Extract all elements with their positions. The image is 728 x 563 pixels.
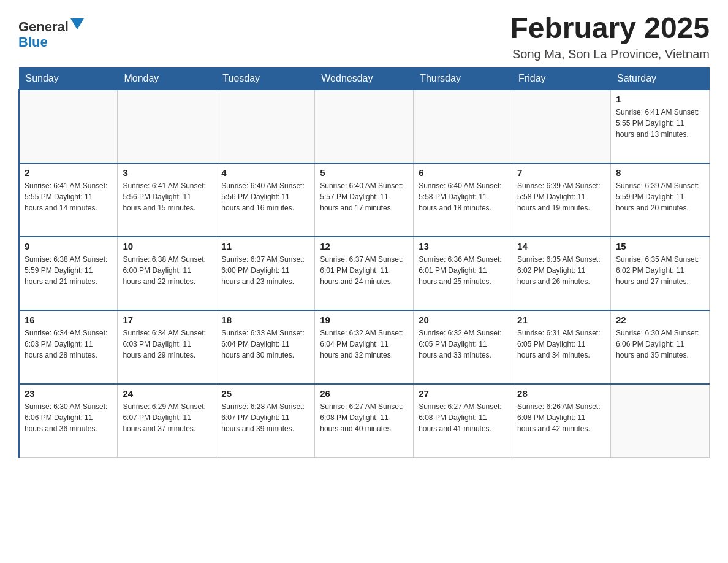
location: Song Ma, Son La Province, Vietnam	[510, 47, 710, 61]
calendar-day-cell: 22Sunrise: 6:30 AM Sunset: 6:06 PM Dayli…	[611, 310, 710, 384]
calendar-day-header: Monday	[118, 67, 216, 90]
day-info: Sunrise: 6:37 AM Sunset: 6:01 PM Dayligh…	[320, 254, 408, 287]
calendar-day-cell: 5Sunrise: 6:40 AM Sunset: 5:57 PM Daylig…	[315, 163, 414, 237]
calendar-day-cell: 11Sunrise: 6:37 AM Sunset: 6:00 PM Dayli…	[216, 237, 315, 310]
day-number: 5	[320, 167, 408, 178]
calendar-day-cell	[315, 90, 414, 163]
day-number: 28	[517, 388, 605, 399]
day-number: 27	[419, 388, 507, 399]
logo-blue: Blue	[18, 34, 48, 50]
calendar-day-header: Saturday	[611, 67, 710, 90]
day-number: 13	[419, 241, 507, 251]
calendar-day-cell: 19Sunrise: 6:32 AM Sunset: 6:04 PM Dayli…	[315, 310, 414, 384]
day-info: Sunrise: 6:38 AM Sunset: 5:59 PM Dayligh…	[25, 254, 112, 287]
day-info: Sunrise: 6:31 AM Sunset: 6:05 PM Dayligh…	[517, 327, 605, 361]
day-number: 7	[517, 167, 605, 178]
day-number: 22	[616, 315, 704, 325]
day-info: Sunrise: 6:39 AM Sunset: 5:59 PM Dayligh…	[616, 180, 704, 213]
day-info: Sunrise: 6:33 AM Sunset: 6:04 PM Dayligh…	[221, 327, 309, 361]
logo-general: General	[18, 19, 69, 34]
calendar-table: SundayMondayTuesdayWednesdayThursdayFrid…	[18, 67, 710, 458]
calendar-day-cell: 12Sunrise: 6:37 AM Sunset: 6:01 PM Dayli…	[315, 237, 414, 310]
day-number: 14	[517, 241, 605, 251]
day-number: 24	[123, 388, 211, 399]
calendar-day-cell: 4Sunrise: 6:40 AM Sunset: 5:56 PM Daylig…	[216, 163, 315, 237]
day-info: Sunrise: 6:28 AM Sunset: 6:07 PM Dayligh…	[221, 401, 309, 434]
day-number: 15	[616, 241, 704, 251]
calendar-day-cell: 7Sunrise: 6:39 AM Sunset: 5:58 PM Daylig…	[512, 163, 611, 237]
day-info: Sunrise: 6:26 AM Sunset: 6:08 PM Dayligh…	[517, 401, 605, 434]
logo-arrow-icon	[70, 18, 84, 32]
calendar-day-header: Sunday	[19, 67, 118, 90]
calendar-day-cell: 6Sunrise: 6:40 AM Sunset: 5:58 PM Daylig…	[414, 163, 512, 237]
calendar-day-cell: 8Sunrise: 6:39 AM Sunset: 5:59 PM Daylig…	[611, 163, 710, 237]
day-info: Sunrise: 6:40 AM Sunset: 5:57 PM Dayligh…	[320, 180, 408, 213]
calendar-day-cell	[512, 90, 611, 163]
calendar-day-cell: 27Sunrise: 6:27 AM Sunset: 6:08 PM Dayli…	[414, 384, 512, 458]
calendar-day-cell	[19, 90, 118, 163]
svg-marker-0	[70, 18, 84, 29]
calendar-week-row: 1Sunrise: 6:41 AM Sunset: 5:55 PM Daylig…	[19, 90, 710, 163]
day-info: Sunrise: 6:30 AM Sunset: 6:06 PM Dayligh…	[25, 401, 112, 434]
day-number: 8	[616, 167, 704, 178]
title-area: February 2025 Song Ma, Son La Province, …	[510, 12, 710, 61]
day-number: 18	[221, 315, 309, 325]
logo: General Blue	[18, 18, 84, 50]
calendar-day-cell: 9Sunrise: 6:38 AM Sunset: 5:59 PM Daylig…	[19, 237, 118, 310]
day-info: Sunrise: 6:30 AM Sunset: 6:06 PM Dayligh…	[616, 327, 704, 361]
month-title: February 2025	[510, 12, 710, 45]
day-info: Sunrise: 6:35 AM Sunset: 6:02 PM Dayligh…	[517, 254, 605, 287]
calendar-day-cell: 18Sunrise: 6:33 AM Sunset: 6:04 PM Dayli…	[216, 310, 315, 384]
day-number: 6	[419, 167, 507, 178]
day-number: 23	[25, 388, 112, 399]
calendar-week-row: 23Sunrise: 6:30 AM Sunset: 6:06 PM Dayli…	[19, 384, 710, 458]
day-info: Sunrise: 6:40 AM Sunset: 5:56 PM Dayligh…	[221, 180, 309, 213]
day-info: Sunrise: 6:29 AM Sunset: 6:07 PM Dayligh…	[123, 401, 211, 434]
day-info: Sunrise: 6:32 AM Sunset: 6:05 PM Dayligh…	[419, 327, 507, 361]
day-info: Sunrise: 6:36 AM Sunset: 6:01 PM Dayligh…	[419, 254, 507, 287]
calendar-day-cell: 26Sunrise: 6:27 AM Sunset: 6:08 PM Dayli…	[315, 384, 414, 458]
calendar-day-cell: 1Sunrise: 6:41 AM Sunset: 5:55 PM Daylig…	[611, 90, 710, 163]
day-info: Sunrise: 6:34 AM Sunset: 6:03 PM Dayligh…	[123, 327, 211, 361]
page-header: General Blue February 2025 Song Ma, Son …	[18, 12, 710, 61]
day-number: 3	[123, 167, 211, 178]
calendar-day-cell	[216, 90, 315, 163]
day-number: 20	[419, 315, 507, 325]
calendar-day-cell: 23Sunrise: 6:30 AM Sunset: 6:06 PM Dayli…	[19, 384, 118, 458]
calendar-day-header: Tuesday	[216, 67, 315, 90]
calendar-day-cell	[118, 90, 216, 163]
calendar-day-cell: 13Sunrise: 6:36 AM Sunset: 6:01 PM Dayli…	[414, 237, 512, 310]
day-info: Sunrise: 6:40 AM Sunset: 5:58 PM Dayligh…	[419, 180, 507, 213]
day-info: Sunrise: 6:34 AM Sunset: 6:03 PM Dayligh…	[25, 327, 112, 361]
calendar-day-header: Wednesday	[315, 67, 414, 90]
calendar-day-cell: 15Sunrise: 6:35 AM Sunset: 6:02 PM Dayli…	[611, 237, 710, 310]
day-number: 19	[320, 315, 408, 325]
day-info: Sunrise: 6:37 AM Sunset: 6:00 PM Dayligh…	[221, 254, 309, 287]
calendar-day-cell: 25Sunrise: 6:28 AM Sunset: 6:07 PM Dayli…	[216, 384, 315, 458]
calendar-day-header: Thursday	[414, 67, 512, 90]
day-info: Sunrise: 6:27 AM Sunset: 6:08 PM Dayligh…	[419, 401, 507, 434]
day-number: 1	[616, 94, 704, 104]
day-number: 12	[320, 241, 408, 251]
calendar-week-row: 16Sunrise: 6:34 AM Sunset: 6:03 PM Dayli…	[19, 310, 710, 384]
calendar-day-cell: 14Sunrise: 6:35 AM Sunset: 6:02 PM Dayli…	[512, 237, 611, 310]
calendar-week-row: 2Sunrise: 6:41 AM Sunset: 5:55 PM Daylig…	[19, 163, 710, 237]
day-info: Sunrise: 6:41 AM Sunset: 5:55 PM Dayligh…	[25, 180, 112, 213]
day-info: Sunrise: 6:41 AM Sunset: 5:56 PM Dayligh…	[123, 180, 211, 213]
day-number: 9	[25, 241, 112, 251]
day-info: Sunrise: 6:38 AM Sunset: 6:00 PM Dayligh…	[123, 254, 211, 287]
day-number: 25	[221, 388, 309, 399]
day-number: 21	[517, 315, 605, 325]
day-number: 16	[25, 315, 112, 325]
day-info: Sunrise: 6:32 AM Sunset: 6:04 PM Dayligh…	[320, 327, 408, 361]
calendar-day-cell: 21Sunrise: 6:31 AM Sunset: 6:05 PM Dayli…	[512, 310, 611, 384]
calendar-day-cell: 24Sunrise: 6:29 AM Sunset: 6:07 PM Dayli…	[118, 384, 216, 458]
calendar-day-cell: 3Sunrise: 6:41 AM Sunset: 5:56 PM Daylig…	[118, 163, 216, 237]
day-info: Sunrise: 6:35 AM Sunset: 6:02 PM Dayligh…	[616, 254, 704, 287]
day-number: 2	[25, 167, 112, 178]
calendar-day-cell: 20Sunrise: 6:32 AM Sunset: 6:05 PM Dayli…	[414, 310, 512, 384]
day-number: 17	[123, 315, 211, 325]
calendar-day-cell: 16Sunrise: 6:34 AM Sunset: 6:03 PM Dayli…	[19, 310, 118, 384]
day-info: Sunrise: 6:27 AM Sunset: 6:08 PM Dayligh…	[320, 401, 408, 434]
calendar-day-cell: 17Sunrise: 6:34 AM Sunset: 6:03 PM Dayli…	[118, 310, 216, 384]
